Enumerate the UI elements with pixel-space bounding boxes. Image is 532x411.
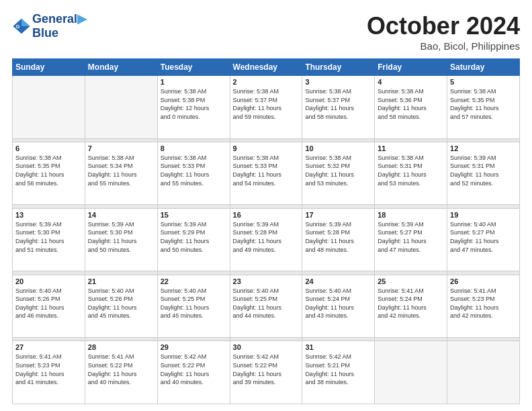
header: G General▶ Blue October 2024 Bao, Bicol,… [12,12,520,52]
day-number: 17 [305,211,371,219]
table-row: 6Sunrise: 5:38 AM Sunset: 5:35 PM Daylig… [13,142,85,205]
logo-icon: G [12,17,31,36]
day-number: 2 [233,78,300,86]
table-row: 16Sunrise: 5:39 AM Sunset: 5:28 PM Dayli… [230,208,302,271]
table-row: 2Sunrise: 5:38 AM Sunset: 5:37 PM Daylig… [230,76,302,139]
table-row: 21Sunrise: 5:40 AM Sunset: 5:26 PM Dayli… [85,275,157,338]
day-number: 18 [378,211,444,219]
table-row: 26Sunrise: 5:41 AM Sunset: 5:23 PM Dayli… [447,275,520,338]
table-row: 10Sunrise: 5:38 AM Sunset: 5:32 PM Dayli… [302,142,375,205]
table-row: 9Sunrise: 5:38 AM Sunset: 5:33 PM Daylig… [230,142,302,205]
day-info: Sunrise: 5:39 AM Sunset: 5:31 PM Dayligh… [450,154,517,187]
day-number: 26 [450,277,517,285]
th-sunday: Sunday [13,59,85,76]
calendar-week-row: 1Sunrise: 5:38 AM Sunset: 5:38 PM Daylig… [13,76,520,139]
table-row: 12Sunrise: 5:39 AM Sunset: 5:31 PM Dayli… [447,142,520,205]
day-number: 7 [88,144,154,152]
table-row: 30Sunrise: 5:42 AM Sunset: 5:22 PM Dayli… [230,341,302,404]
table-row: 7Sunrise: 5:38 AM Sunset: 5:34 PM Daylig… [85,142,157,205]
calendar-week-row: 6Sunrise: 5:38 AM Sunset: 5:35 PM Daylig… [13,142,520,205]
day-info: Sunrise: 5:39 AM Sunset: 5:30 PM Dayligh… [15,220,82,254]
day-info: Sunrise: 5:38 AM Sunset: 5:31 PM Dayligh… [378,154,444,187]
day-info: Sunrise: 5:42 AM Sunset: 5:21 PM Dayligh… [305,353,371,386]
day-info: Sunrise: 5:41 AM Sunset: 5:23 PM Dayligh… [450,287,517,320]
day-info: Sunrise: 5:39 AM Sunset: 5:28 PM Dayligh… [305,220,371,254]
day-info: Sunrise: 5:42 AM Sunset: 5:22 PM Dayligh… [161,353,227,386]
day-number: 13 [15,211,82,219]
day-info: Sunrise: 5:41 AM Sunset: 5:22 PM Dayligh… [88,353,154,386]
table-row: 1Sunrise: 5:38 AM Sunset: 5:38 PM Daylig… [157,76,230,139]
day-number: 20 [15,277,82,285]
table-row: 18Sunrise: 5:39 AM Sunset: 5:27 PM Dayli… [375,208,447,271]
day-number: 10 [305,144,371,152]
day-number: 5 [450,78,517,86]
day-number: 8 [161,144,227,152]
day-number: 15 [161,211,227,219]
day-info: Sunrise: 5:40 AM Sunset: 5:25 PM Dayligh… [233,287,300,320]
table-row: 17Sunrise: 5:39 AM Sunset: 5:28 PM Dayli… [302,208,375,271]
table-row: 15Sunrise: 5:39 AM Sunset: 5:29 PM Dayli… [157,208,230,271]
day-number: 25 [378,277,444,285]
day-info: Sunrise: 5:40 AM Sunset: 5:26 PM Dayligh… [15,287,82,320]
calendar-week-row: 27Sunrise: 5:41 AM Sunset: 5:23 PM Dayli… [13,341,520,404]
table-row [13,76,85,139]
calendar-subtitle: Bao, Bicol, Philippines [367,40,520,52]
day-number: 29 [161,343,227,351]
calendar-title: October 2024 [367,12,520,40]
logo: G General▶ Blue [12,12,87,40]
day-info: Sunrise: 5:38 AM Sunset: 5:32 PM Dayligh… [305,154,371,187]
table-row [85,76,157,139]
day-info: Sunrise: 5:40 AM Sunset: 5:26 PM Dayligh… [88,287,154,320]
weekday-header-row: Sunday Monday Tuesday Wednesday Thursday… [13,59,520,76]
day-info: Sunrise: 5:40 AM Sunset: 5:24 PM Dayligh… [305,287,371,320]
day-info: Sunrise: 5:38 AM Sunset: 5:33 PM Dayligh… [161,154,227,187]
day-number: 9 [233,144,300,152]
table-row: 31Sunrise: 5:42 AM Sunset: 5:21 PM Dayli… [302,341,375,404]
table-row: 29Sunrise: 5:42 AM Sunset: 5:22 PM Dayli… [157,341,230,404]
day-info: Sunrise: 5:38 AM Sunset: 5:35 PM Dayligh… [450,87,517,121]
table-row: 25Sunrise: 5:41 AM Sunset: 5:24 PM Dayli… [375,275,447,338]
table-row [375,341,447,404]
table-row [447,341,520,404]
th-friday: Friday [375,59,447,76]
day-info: Sunrise: 5:40 AM Sunset: 5:25 PM Dayligh… [161,287,227,320]
day-info: Sunrise: 5:42 AM Sunset: 5:22 PM Dayligh… [233,353,300,386]
table-row: 24Sunrise: 5:40 AM Sunset: 5:24 PM Dayli… [302,275,375,338]
day-number: 14 [88,211,154,219]
table-row: 23Sunrise: 5:40 AM Sunset: 5:25 PM Dayli… [230,275,302,338]
day-number: 22 [161,277,227,285]
day-number: 6 [15,144,82,152]
table-row: 5Sunrise: 5:38 AM Sunset: 5:35 PM Daylig… [447,76,520,139]
th-saturday: Saturday [447,59,520,76]
day-info: Sunrise: 5:39 AM Sunset: 5:29 PM Dayligh… [161,220,227,254]
table-row: 19Sunrise: 5:40 AM Sunset: 5:27 PM Dayli… [447,208,520,271]
day-info: Sunrise: 5:39 AM Sunset: 5:28 PM Dayligh… [233,220,300,254]
calendar-week-row: 13Sunrise: 5:39 AM Sunset: 5:30 PM Dayli… [13,208,520,271]
th-thursday: Thursday [302,59,375,76]
day-info: Sunrise: 5:38 AM Sunset: 5:38 PM Dayligh… [161,87,227,121]
table-row: 20Sunrise: 5:40 AM Sunset: 5:26 PM Dayli… [13,275,85,338]
day-info: Sunrise: 5:38 AM Sunset: 5:36 PM Dayligh… [378,87,444,121]
day-info: Sunrise: 5:38 AM Sunset: 5:37 PM Dayligh… [233,87,300,121]
day-number: 19 [450,211,517,219]
day-info: Sunrise: 5:41 AM Sunset: 5:23 PM Dayligh… [15,353,82,386]
day-number: 24 [305,277,371,285]
day-info: Sunrise: 5:38 AM Sunset: 5:34 PM Dayligh… [88,154,154,187]
table-row: 13Sunrise: 5:39 AM Sunset: 5:30 PM Dayli… [13,208,85,271]
day-number: 27 [15,343,82,351]
day-number: 12 [450,144,517,152]
table-row: 28Sunrise: 5:41 AM Sunset: 5:22 PM Dayli… [85,341,157,404]
table-row: 3Sunrise: 5:38 AM Sunset: 5:37 PM Daylig… [302,76,375,139]
th-monday: Monday [85,59,157,76]
day-info: Sunrise: 5:41 AM Sunset: 5:24 PM Dayligh… [378,287,444,320]
day-info: Sunrise: 5:38 AM Sunset: 5:37 PM Dayligh… [305,87,371,121]
day-info: Sunrise: 5:39 AM Sunset: 5:27 PM Dayligh… [378,220,444,254]
day-number: 21 [88,277,154,285]
th-tuesday: Tuesday [157,59,230,76]
calendar-week-row: 20Sunrise: 5:40 AM Sunset: 5:26 PM Dayli… [13,275,520,338]
svg-text:G: G [16,23,20,29]
day-info: Sunrise: 5:40 AM Sunset: 5:27 PM Dayligh… [450,220,517,254]
day-number: 4 [378,78,444,86]
day-info: Sunrise: 5:38 AM Sunset: 5:35 PM Dayligh… [15,154,82,187]
table-row: 8Sunrise: 5:38 AM Sunset: 5:33 PM Daylig… [157,142,230,205]
